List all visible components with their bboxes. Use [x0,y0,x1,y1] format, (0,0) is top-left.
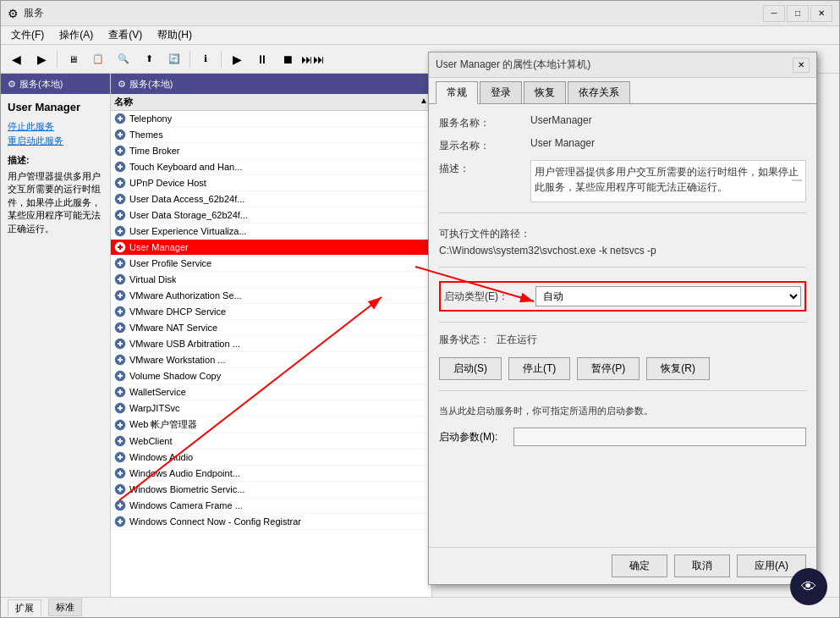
service-item[interactable]: Virtual Disk [111,272,431,288]
service-item[interactable]: WebClient [111,433,431,450]
resume-button[interactable]: 恢复(R) [646,357,710,380]
toolbar-btn-info[interactable]: ℹ [194,48,217,70]
service-item[interactable]: Windows Audio [111,450,431,466]
menu-action[interactable]: 操作(A) [52,26,100,44]
service-icon [114,273,126,285]
svg-rect-44 [119,341,121,346]
dialog-footer: 确定 取消 应用(A) [429,547,816,584]
toolbar-separator-2 [189,51,190,68]
service-item[interactable]: Windows Biometric Servic... [111,482,431,498]
service-item-label: Touch Keyboard and Han... [129,162,242,172]
restart-service-link[interactable]: 重启动此服务 [8,135,103,147]
menu-view[interactable]: 查看(V) [102,26,149,44]
startup-params-input[interactable] [513,428,806,446]
left-panel: ⚙ 服务(本地) User Manager 停止此服务 重启动此服务 描述: 用… [1,74,111,597]
svg-rect-29 [119,261,121,266]
service-item[interactable]: Volume Shadow Copy [111,368,431,384]
tab-recovery[interactable]: 恢复 [524,81,566,103]
tab-login[interactable]: 登录 [480,81,522,103]
svg-rect-8 [119,148,121,153]
service-item[interactable]: WarpJITSvc [111,400,431,417]
service-icon [114,225,126,237]
service-item-label: Virtual Disk [129,274,176,284]
stop-button[interactable]: 停止(T) [508,357,570,380]
play-button[interactable]: ▶ [225,48,249,70]
minimize-button[interactable]: ─ [763,5,785,22]
dialog-body: 服务名称： UserManager 显示名称： User Manager 描述：… [429,104,816,547]
service-item[interactable]: VMware DHCP Service [111,304,431,320]
close-button[interactable]: ✕ [810,5,832,22]
tab-general[interactable]: 常规 [436,81,478,104]
startup-select[interactable]: 自动 自动(延迟启动) 手动 禁用 [535,286,801,306]
display-name-value: User Manager [530,137,806,149]
svg-rect-65 [119,455,121,460]
svg-rect-59 [119,422,121,428]
service-item[interactable]: User Manager [111,240,431,256]
service-item[interactable]: Windows Camera Frame ... [111,498,431,514]
display-name-label: 显示名称： [439,137,524,153]
toolbar-btn-3[interactable]: 🔍 [112,48,135,70]
stop-button[interactable]: ⏹ [276,48,299,70]
tab-extend[interactable]: 扩展 [8,599,41,616]
svg-rect-47 [119,357,121,362]
service-item[interactable]: Themes [111,127,431,143]
stop-service-link[interactable]: 停止此服务 [8,120,103,133]
service-item[interactable]: VMware Authorization Se... [111,288,431,304]
svg-rect-11 [119,164,121,169]
service-icon [114,241,126,253]
toolbar-btn-5[interactable]: 🔄 [162,48,186,70]
service-item[interactable]: Time Broker [111,143,431,159]
desc-scrollbar[interactable] [792,179,802,181]
cancel-button[interactable]: 取消 [674,555,730,577]
tab-dependencies[interactable]: 依存关系 [568,81,630,103]
path-value: C:\Windows\system32\svchost.exe -k netsv… [439,245,806,257]
service-item[interactable]: User Profile Service [111,256,431,272]
menu-help[interactable]: 帮助(H) [151,26,199,44]
service-item-label: Telephony [129,113,172,124]
maximize-button[interactable]: □ [787,5,809,22]
pause-button[interactable]: ⏸ [250,48,274,70]
back-button[interactable]: ◀ [4,48,28,70]
toolbar-btn-2[interactable]: 📋 [86,48,110,70]
service-item[interactable]: VMware Workstation ... [111,352,431,368]
dialog-close-button[interactable]: ✕ [793,58,810,73]
tab-standard[interactable]: 标准 [48,599,82,616]
forward-button[interactable]: ▶ [30,48,53,70]
service-item-label: Themes [129,130,163,140]
toolbar-btn-1[interactable]: 🖥 [61,48,85,70]
service-icon [114,467,126,479]
startup-hint: 当从此处启动服务时，你可指定所适用的启动参数。 [439,405,806,417]
service-icon [114,177,126,189]
service-item-label: VMware NAT Service [129,323,217,333]
service-item-label: Windows Audio Endpoint... [129,468,240,478]
service-icon [114,193,126,205]
dialog-title-bar: User Manager 的属性(本地计算机) ✕ [429,52,816,78]
service-item-label: User Experience Virtualiza... [129,226,247,236]
middle-panel-title: 服务(本地) [129,78,173,91]
pause-button[interactable]: 暂停(P) [577,357,640,380]
service-item[interactable]: UPnP Device Host [111,175,431,191]
service-item[interactable]: WalletService [111,384,431,400]
service-item[interactable]: VMware NAT Service [111,320,431,336]
svg-rect-41 [119,325,121,330]
desc-box-content: 用户管理器提供多用户交互所需要的运行时组件，如果停止此服务，某些应用程序可能无法… [530,160,806,202]
restart-button[interactable]: ⏭⏭ [301,48,325,70]
service-item[interactable]: Telephony [111,111,431,127]
middle-panel-icon: ⚙ [118,79,126,90]
service-item-label: User Data Storage_62b24f... [129,210,248,220]
service-item[interactable]: User Experience Virtualiza... [111,223,431,240]
service-item[interactable]: Web 帐户管理器 [111,417,431,433]
services-window: ⚙ 服务 ─ □ ✕ 文件(F) 操作(A) 查看(V) 帮助(H) ◀ ▶ 🖥… [0,0,840,618]
toolbar-btn-4[interactable]: ⬆ [137,48,161,70]
service-item[interactable]: Windows Audio Endpoint... [111,466,431,482]
ok-button[interactable]: 确定 [612,555,667,577]
service-item[interactable]: Windows Connect Now - Config Registrar [111,514,431,530]
startup-label: 启动类型(E)： [444,290,529,304]
menu-file[interactable]: 文件(F) [4,26,51,44]
svg-rect-50 [119,373,121,378]
start-button[interactable]: 启动(S) [439,357,502,380]
service-item[interactable]: User Data Access_62b24f... [111,191,431,207]
service-item[interactable]: Touch Keyboard and Han... [111,159,431,175]
service-item[interactable]: VMware USB Arbitration ... [111,336,431,352]
service-item[interactable]: User Data Storage_62b24f... [111,207,431,223]
